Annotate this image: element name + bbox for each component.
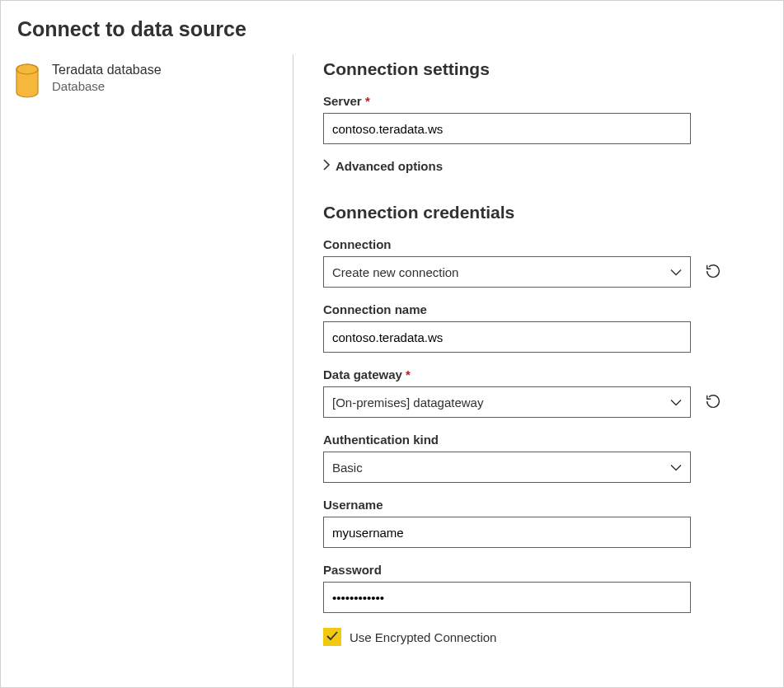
use-encrypted-row: Use Encrypted Connection bbox=[323, 628, 753, 646]
chevron-down-icon bbox=[670, 461, 682, 475]
connection-select[interactable]: Create new connection bbox=[323, 256, 691, 288]
datasource-item[interactable]: Teradata database Database bbox=[14, 63, 279, 99]
password-field: Password bbox=[323, 563, 753, 613]
auth-kind-field: Authentication kind Basic bbox=[323, 433, 753, 483]
database-icon bbox=[14, 63, 40, 99]
connection-credentials-heading: Connection credentials bbox=[323, 203, 753, 222]
username-field: Username bbox=[323, 498, 753, 548]
server-input[interactable] bbox=[323, 113, 691, 144]
data-gateway-field: Data gateway * [On-premises] datagateway bbox=[323, 367, 753, 418]
advanced-options-toggle[interactable]: Advanced options bbox=[323, 159, 753, 173]
advanced-options-label: Advanced options bbox=[336, 159, 443, 173]
connection-field: Connection Create new connection bbox=[323, 237, 753, 288]
refresh-icon bbox=[704, 392, 722, 413]
data-gateway-select-value: [On-premises] datagateway bbox=[332, 395, 483, 410]
server-field: Server * bbox=[323, 94, 753, 144]
form-panel: Connection settings Server * Advanced op… bbox=[293, 54, 783, 687]
datasource-text: Teradata database Database bbox=[52, 63, 162, 93]
chevron-down-icon bbox=[670, 265, 682, 279]
chevron-right-icon bbox=[323, 159, 331, 173]
use-encrypted-checkbox[interactable] bbox=[323, 628, 341, 646]
password-input[interactable] bbox=[323, 582, 691, 613]
connect-dialog: Connect to data source Teradata database… bbox=[0, 0, 784, 688]
connection-settings-heading: Connection settings bbox=[323, 59, 753, 79]
chevron-down-icon bbox=[670, 395, 682, 410]
data-gateway-label: Data gateway * bbox=[323, 367, 753, 381]
datasource-name: Teradata database bbox=[52, 63, 162, 77]
server-label: Server * bbox=[323, 94, 753, 108]
required-asterisk: * bbox=[406, 367, 411, 381]
data-gateway-select[interactable]: [On-premises] datagateway bbox=[323, 386, 691, 418]
connection-name-field: Connection name bbox=[323, 302, 753, 353]
checkmark-icon bbox=[326, 629, 338, 644]
refresh-icon bbox=[704, 262, 722, 283]
use-encrypted-label: Use Encrypted Connection bbox=[350, 630, 496, 644]
connection-name-label: Connection name bbox=[323, 302, 753, 316]
datasource-panel: Teradata database Database bbox=[1, 54, 293, 687]
datasource-type: Database bbox=[52, 79, 162, 93]
password-label: Password bbox=[323, 563, 753, 577]
dialog-title: Connect to data source bbox=[1, 1, 783, 54]
connection-name-input[interactable] bbox=[323, 321, 691, 353]
auth-kind-label: Authentication kind bbox=[323, 433, 753, 447]
username-input[interactable] bbox=[323, 517, 691, 548]
auth-kind-select-value: Basic bbox=[332, 461, 363, 475]
dialog-body: Teradata database Database Connection se… bbox=[1, 54, 783, 687]
connection-select-value: Create new connection bbox=[332, 265, 458, 279]
gateway-refresh-button[interactable] bbox=[701, 390, 725, 414]
required-asterisk: * bbox=[365, 94, 370, 108]
username-label: Username bbox=[323, 498, 753, 512]
connection-label: Connection bbox=[323, 237, 753, 251]
auth-kind-select[interactable]: Basic bbox=[323, 452, 691, 483]
connection-refresh-button[interactable] bbox=[701, 260, 725, 284]
